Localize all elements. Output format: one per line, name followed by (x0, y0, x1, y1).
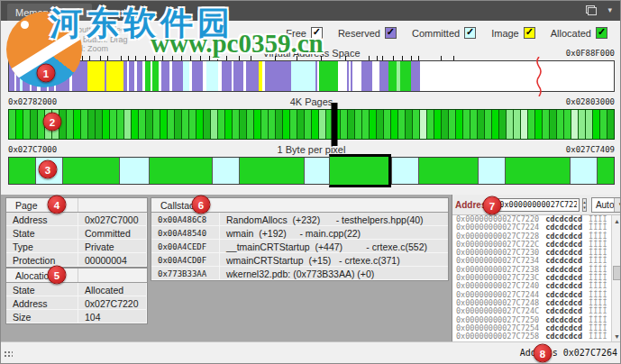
page-stripe[interactable] (276, 110, 282, 139)
scroll-up-icon[interactable]: ▲ (612, 215, 621, 226)
page-stripe[interactable] (218, 110, 224, 139)
page-stripe[interactable] (67, 110, 73, 139)
page-stripe[interactable] (355, 110, 361, 139)
tab-memoryview[interactable]: MemoryView × (7, 4, 92, 21)
memory-segment[interactable] (206, 61, 218, 91)
page-stripe[interactable] (420, 110, 426, 139)
memory-segment[interactable] (23, 61, 30, 91)
table-row[interactable]: Address0x027C7220 (6, 296, 147, 310)
memory-segment[interactable] (372, 61, 379, 91)
page-stripe[interactable] (168, 110, 174, 139)
page-stripe[interactable] (398, 110, 405, 139)
page-stripe[interactable] (254, 110, 260, 139)
page-stripe[interactable] (297, 110, 304, 139)
page-stripe[interactable] (305, 110, 311, 139)
page-stripe[interactable] (507, 110, 513, 139)
address-input[interactable] (497, 198, 580, 212)
memory-segment[interactable] (319, 61, 338, 91)
memory-segment[interactable] (239, 158, 304, 184)
memory-segment[interactable] (212, 158, 239, 184)
memory-segment[interactable] (478, 158, 505, 184)
hex-scrollbar[interactable]: ▲ ▼ (611, 215, 621, 341)
page-stripe[interactable] (470, 110, 477, 139)
memory-segment[interactable] (149, 158, 212, 184)
legend-checkbox-committed[interactable]: ✓ (464, 27, 476, 39)
page-stripe[interactable] (9, 110, 15, 139)
page-stripe[interactable] (175, 110, 181, 139)
page-stripe[interactable] (442, 110, 448, 139)
page-stripe[interactable] (312, 110, 318, 139)
page-stripe[interactable] (514, 110, 520, 139)
page-stripe[interactable] (146, 110, 152, 139)
page-stripe[interactable] (269, 110, 275, 139)
page-stripe[interactable] (348, 110, 354, 139)
callstack-row[interactable]: 0x00A4CD0FwmainCRTStartup (+15) - crtexe… (151, 253, 448, 267)
memory-segment[interactable] (400, 61, 410, 91)
bytes-bar[interactable] (8, 157, 615, 185)
page-stripe[interactable] (377, 110, 383, 139)
memory-segment[interactable] (192, 61, 203, 91)
page-stripe[interactable] (52, 110, 59, 139)
page-stripe[interactable] (74, 110, 80, 139)
page-stripe[interactable] (370, 110, 376, 139)
page-stripe[interactable] (240, 110, 246, 139)
page-stripe[interactable] (492, 110, 498, 139)
memory-segment[interactable] (35, 158, 62, 184)
page-stripe[interactable] (247, 110, 253, 139)
legend-checkbox-image[interactable]: ✓ (524, 27, 535, 39)
memory-segment[interactable] (265, 61, 291, 91)
page-stripe[interactable] (341, 110, 347, 139)
callstack-row[interactable]: 0x00A4CEDF__tmainCRTStartup (+447) - crt… (151, 240, 448, 253)
page-stripe[interactable] (413, 110, 419, 139)
memory-segment[interactable] (329, 154, 391, 187)
page-stripe[interactable] (88, 110, 95, 139)
scroll-down-icon[interactable]: ▼ (612, 331, 621, 341)
memory-segment[interactable] (183, 61, 189, 91)
memory-segment[interactable] (87, 61, 105, 91)
callstack-row[interactable]: 0x773B33AAwkernel32.pdb: (0x773B33AA) (+… (151, 267, 448, 280)
memory-segment[interactable] (246, 61, 258, 91)
page-stripe[interactable] (132, 110, 138, 139)
page-stripe[interactable] (391, 110, 397, 139)
memory-segment[interactable] (379, 61, 388, 91)
memory-segment[interactable] (222, 61, 231, 91)
memory-segment[interactable] (505, 158, 570, 184)
memory-segment[interactable] (420, 61, 614, 91)
memory-segment[interactable] (152, 61, 159, 91)
callstack-row[interactable]: 0x00A48540wmain (+192) - main.cpp(22) (151, 226, 448, 240)
page-stripe[interactable] (362, 110, 369, 139)
table-row[interactable]: Size104 (6, 310, 147, 323)
page-stripe[interactable] (499, 110, 506, 139)
page-stripe[interactable] (124, 110, 131, 139)
page-stripe[interactable] (600, 110, 607, 139)
page-stripe[interactable] (117, 110, 123, 139)
table-row[interactable]: TypePrivate (6, 240, 147, 253)
page-stripe[interactable] (45, 110, 51, 139)
mode-dropdown[interactable]: Auto ▾ (591, 197, 621, 213)
page-stripe[interactable] (485, 110, 491, 139)
memory-segment[interactable] (411, 61, 420, 91)
page-stripe[interactable] (96, 110, 102, 139)
page-stripe[interactable] (607, 110, 614, 139)
memory-segment[interactable] (597, 158, 614, 184)
page-stripe[interactable] (290, 110, 297, 139)
page-stripe[interactable] (160, 110, 167, 139)
memory-segment[interactable] (570, 158, 597, 184)
address-spinner[interactable]: ▴ ▾ (582, 198, 587, 212)
page-stripe[interactable] (586, 110, 592, 139)
page-stripe[interactable] (571, 110, 578, 139)
spinner-down-icon[interactable]: ▾ (583, 205, 586, 211)
chevron-down-icon[interactable]: ▾ (614, 198, 621, 212)
memory-segment[interactable] (338, 61, 346, 91)
memory-segment[interactable] (233, 61, 243, 91)
memory-segment[interactable] (72, 61, 87, 91)
page-stripe[interactable] (189, 110, 196, 139)
page-stripe[interactable] (16, 110, 23, 139)
page-stripe[interactable] (204, 110, 210, 139)
page-stripe[interactable] (211, 110, 217, 139)
memory-segment[interactable] (304, 158, 329, 184)
memory-segment[interactable] (391, 158, 418, 184)
vas-bar[interactable] (8, 60, 615, 92)
page-stripe[interactable] (550, 110, 556, 139)
memory-segment[interactable] (161, 61, 169, 91)
